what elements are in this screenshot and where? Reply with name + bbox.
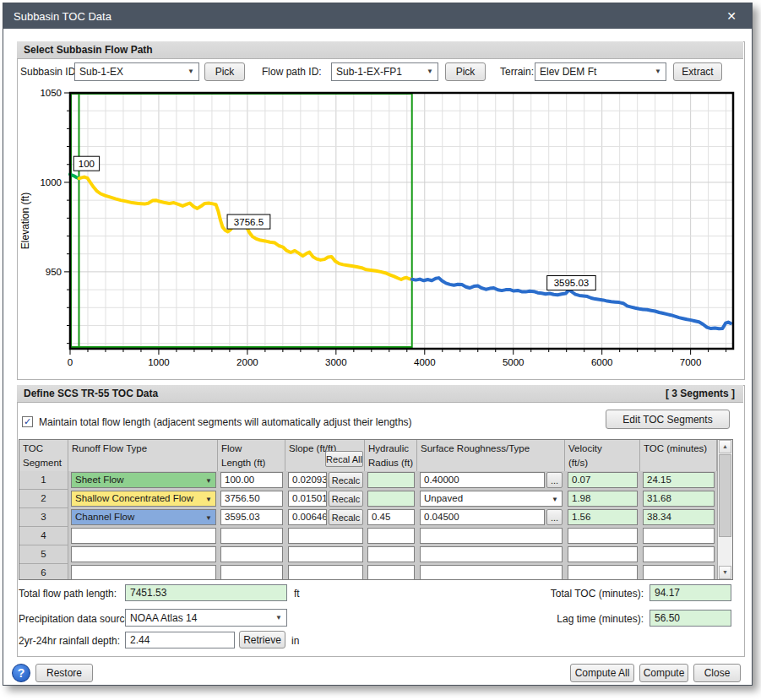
rainfall-depth-value: 2.44 <box>130 634 149 646</box>
slope-cell[interactable] <box>288 546 363 562</box>
surface-roughness-cell[interactable] <box>420 565 563 580</box>
restore-button[interactable]: Restore <box>35 664 93 682</box>
runoff-flow-type-cell[interactable] <box>71 528 216 544</box>
recalc-button[interactable]: Recalc <box>329 509 363 525</box>
total-flow-path-length-value: 7451.53 <box>130 587 166 599</box>
recalc-button[interactable]: Recalc <box>329 491 363 507</box>
pick-subbasin-button[interactable]: Pick <box>204 62 245 81</box>
segment-length-label: 3756.5 <box>227 214 270 229</box>
precipitation-source-label: Precipitation data source: <box>19 610 133 628</box>
restore-label: Restore <box>46 667 82 679</box>
scroll-down-icon[interactable]: ▼ <box>719 566 731 579</box>
velocity-cell: 0.07 <box>568 472 638 488</box>
column-header-text: (ft/s) <box>565 454 639 469</box>
column-header-text: Hydraulic <box>365 440 416 454</box>
segment-number-cell: 5 <box>19 545 68 564</box>
slope-cell[interactable]: 0.01501 <box>288 491 327 507</box>
lag-time-value: 56.50 <box>655 612 680 624</box>
terrain-combo[interactable]: Elev DEM Ft ▼ <box>535 62 666 81</box>
flow-path-id-label: Flow path ID: <box>262 62 322 81</box>
svg-text:3756.5: 3756.5 <box>234 217 264 227</box>
hydraulic-radius-cell[interactable] <box>367 528 415 544</box>
chevron-down-icon: ▼ <box>205 474 212 488</box>
y-axis-title: Elevation (ft) <box>19 193 31 249</box>
toc-minutes-cell: 24.15 <box>643 472 715 488</box>
segment-number-cell: 2 <box>19 490 68 508</box>
x-axis-tick-label: 4000 <box>414 357 436 367</box>
maintain-total-flow-checkbox[interactable]: ✓ <box>22 416 33 427</box>
column-header-text: Length (ft) <box>218 454 285 469</box>
segment-number-cell: 4 <box>19 527 68 545</box>
flow-length-cell[interactable]: 3595.03 <box>220 509 283 525</box>
rainfall-depth-field[interactable]: 2.44 <box>125 632 235 648</box>
svg-text:100: 100 <box>79 159 95 169</box>
subbasin-id-label: Subbasin ID: <box>20 62 79 81</box>
table-row: 5 <box>19 545 732 564</box>
runoff-flow-type-dropdown[interactable]: Sheet Flow▼ <box>71 472 216 488</box>
close-icon[interactable]: ✕ <box>723 8 740 24</box>
extract-button[interactable]: Extract <box>673 62 722 81</box>
dialog-body: Select Subbasin Flow Path Subbasin ID: S… <box>3 29 752 685</box>
close-button[interactable]: Close <box>693 664 741 682</box>
compute-all-button[interactable]: Compute All <box>570 664 634 682</box>
flow-length-cell[interactable] <box>220 565 283 580</box>
total-toc-field: 94.17 <box>650 584 731 601</box>
chevron-down-icon: ▼ <box>205 492 212 507</box>
flow-path-group-title: Select Subbasin Flow Path <box>24 41 153 58</box>
hydraulic-radius-cell[interactable]: 0.45 <box>367 509 415 525</box>
hydraulic-radius-cell[interactable] <box>367 565 415 580</box>
table-scrollbar[interactable]: ▲▼ <box>717 440 732 579</box>
x-axis-tick-label: 0 <box>68 357 73 367</box>
flow-length-cell[interactable] <box>220 546 283 562</box>
runoff-flow-type-dropdown[interactable]: Shallow Concentrated Flow▼ <box>71 491 216 507</box>
slope-cell[interactable] <box>288 528 363 544</box>
recalc-button[interactable]: Recalc <box>329 472 363 488</box>
precipitation-source-combo[interactable]: NOAA Atlas 14 ▼ <box>125 609 287 627</box>
column-header-hydraulic: HydraulicRadius (ft) <box>365 440 417 471</box>
chevron-down-icon: ▼ <box>188 63 194 80</box>
compute-button[interactable]: Compute <box>639 664 688 682</box>
velocity-cell <box>568 528 638 544</box>
subbasin-id-combo[interactable]: Sub-1-EX ▼ <box>74 62 199 81</box>
surface-type-dropdown[interactable]: Unpaved▼ <box>420 491 563 507</box>
toc-minutes-cell <box>643 565 715 580</box>
flow-length-cell[interactable]: 3756.50 <box>220 491 283 507</box>
edit-toc-segments-button[interactable]: Edit TOC Segments <box>606 410 730 429</box>
table-row: 6 <box>19 564 732 580</box>
runoff-flow-type-cell[interactable] <box>71 565 216 580</box>
hydraulic-radius-cell[interactable] <box>367 546 415 562</box>
runoff-flow-type-dropdown[interactable]: Channel Flow▼ <box>71 509 216 525</box>
table-row: 3Channel Flow▼3595.030.00646Recalc0.450.… <box>19 508 732 527</box>
recal-all-button[interactable]: Recal All <box>325 451 363 467</box>
compute-all-label: Compute All <box>575 667 630 679</box>
column-header-text: Flow <box>218 440 285 454</box>
maintain-total-flow-label: Maintain total flow length (adjacent seg… <box>39 413 412 431</box>
scrollbar-thumb[interactable] <box>719 454 731 537</box>
help-button[interactable]: ? <box>12 664 30 682</box>
slope-cell[interactable]: 0.02093 <box>288 472 327 488</box>
hydraulic-radius-cell <box>367 472 415 488</box>
surface-roughness-cell[interactable] <box>420 528 563 544</box>
compute-label: Compute <box>644 667 685 679</box>
flow-length-cell[interactable]: 100.00 <box>220 472 283 488</box>
segments-count-badge: [ 3 Segments ] <box>666 385 743 402</box>
flow-length-cell[interactable] <box>220 528 283 544</box>
surface-roughness-cell[interactable] <box>420 546 563 562</box>
flow-path-id-combo[interactable]: Sub-1-EX-FP1 ▼ <box>331 62 438 81</box>
surface-picker-button[interactable]: ... <box>546 472 563 488</box>
toc-minutes-cell <box>643 528 715 544</box>
runoff-flow-type-cell[interactable] <box>71 546 216 562</box>
surface-picker-button[interactable]: ... <box>546 509 563 525</box>
surface-roughness-cell[interactable]: 0.04500 <box>420 509 545 525</box>
retrieve-button[interactable]: Retrieve <box>239 631 285 648</box>
column-header-toc: TOC (minutes) <box>640 440 717 471</box>
surface-roughness-cell[interactable]: 0.40000 <box>420 472 545 488</box>
scroll-up-icon[interactable]: ▲ <box>719 440 731 453</box>
slope-cell[interactable]: 0.00646 <box>288 509 327 525</box>
column-header-text: Surface Roughness/Type <box>417 440 564 454</box>
pick-flow-path-button[interactable]: Pick <box>445 62 486 81</box>
slope-cell[interactable] <box>288 565 363 580</box>
column-header-text: Velocity <box>565 440 639 454</box>
svg-text:3595.03: 3595.03 <box>554 278 590 288</box>
column-header-surface: Surface Roughness/Type <box>417 440 565 471</box>
